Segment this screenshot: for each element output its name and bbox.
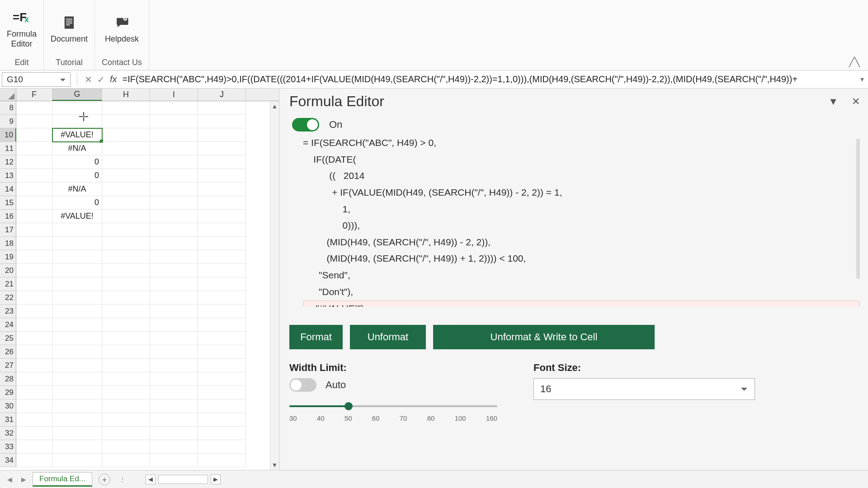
row-header[interactable]: 22 <box>0 291 16 305</box>
cell-G28[interactable] <box>52 372 102 386</box>
unformat-button[interactable]: Unformat <box>350 325 426 349</box>
row-header[interactable]: 25 <box>0 332 16 345</box>
row-header[interactable]: 19 <box>0 250 16 264</box>
cell-H29[interactable] <box>102 386 150 399</box>
cell-H26[interactable] <box>102 345 150 359</box>
cell-J21[interactable] <box>198 277 246 291</box>
cell-G13[interactable]: 0 <box>52 169 102 183</box>
cell-H25[interactable] <box>102 332 150 345</box>
cell-G29[interactable] <box>52 386 102 399</box>
cell-J30[interactable] <box>198 399 246 413</box>
cell-J18[interactable] <box>198 237 246 250</box>
cell-J15[interactable] <box>198 196 246 210</box>
cell-G27[interactable] <box>52 359 102 372</box>
col-header-H[interactable]: H <box>102 89 150 101</box>
cell-G22[interactable] <box>52 291 102 305</box>
cell-J22[interactable] <box>198 291 246 305</box>
cell-G9[interactable] <box>52 115 102 128</box>
cell-H28[interactable] <box>102 372 150 386</box>
cell-H33[interactable] <box>102 440 150 454</box>
row-header[interactable]: 26 <box>0 345 16 359</box>
cell-J29[interactable] <box>198 386 246 399</box>
cell-F14[interactable] <box>16 183 52 196</box>
document-button[interactable]: Document <box>51 5 88 53</box>
row-header[interactable]: 24 <box>0 318 16 332</box>
formula-input[interactable]: =IF(SEARCH("ABC",H49)>0,IF((DATE(((2014+… <box>120 74 856 84</box>
editor-on-toggle[interactable] <box>292 118 319 131</box>
cell-G14[interactable]: #N/A <box>52 183 102 196</box>
row-header[interactable]: 14 <box>0 183 16 196</box>
cell-F16[interactable] <box>16 210 52 223</box>
pane-close-icon[interactable]: ✕ <box>852 96 860 108</box>
tab-prev-icon[interactable]: ◀ <box>5 476 15 483</box>
scroll-down-icon[interactable]: ▼ <box>270 460 279 470</box>
cell-G10[interactable]: #VALUE! <box>52 128 102 142</box>
collapse-ribbon-icon[interactable]: ╱╲ <box>849 56 860 67</box>
name-box[interactable]: G10 <box>2 72 71 87</box>
cell-H24[interactable] <box>102 318 150 332</box>
cell-H17[interactable] <box>102 223 150 237</box>
cell-F23[interactable] <box>16 305 52 318</box>
cell-F29[interactable] <box>16 386 52 399</box>
cell-I29[interactable] <box>150 386 198 399</box>
cell-H34[interactable] <box>102 454 150 467</box>
cell-G23[interactable] <box>52 305 102 318</box>
cell-F31[interactable] <box>16 413 52 427</box>
row-header[interactable]: 21 <box>0 277 16 291</box>
cell-F12[interactable] <box>16 155 52 169</box>
row-header[interactable]: 11 <box>0 142 16 155</box>
cell-J33[interactable] <box>198 440 246 454</box>
formula-code[interactable]: = IF(SEARCH("ABC", H49) > 0, IF((DATE( (… <box>303 135 860 307</box>
cell-I12[interactable] <box>150 155 198 169</box>
cell-F33[interactable] <box>16 440 52 454</box>
cell-G33[interactable] <box>52 440 102 454</box>
cell-H15[interactable] <box>102 196 150 210</box>
cell-G31[interactable] <box>52 413 102 427</box>
cell-F20[interactable] <box>16 264 52 277</box>
row-header[interactable]: 28 <box>0 372 16 386</box>
cell-F15[interactable] <box>16 196 52 210</box>
row-header[interactable]: 13 <box>0 169 16 183</box>
cell-G19[interactable] <box>52 250 102 264</box>
cell-J14[interactable] <box>198 183 246 196</box>
horizontal-scrollbar[interactable]: ◀ ▶ <box>146 474 221 484</box>
row-header[interactable]: 10 <box>0 128 16 142</box>
cell-F32[interactable] <box>16 427 52 440</box>
pane-menu-icon[interactable]: ▼ <box>828 96 838 108</box>
cell-J10[interactable] <box>198 128 246 142</box>
cell-H12[interactable] <box>102 155 150 169</box>
cell-H32[interactable] <box>102 427 150 440</box>
cell-F13[interactable] <box>16 169 52 183</box>
cell-I30[interactable] <box>150 399 198 413</box>
cell-I16[interactable] <box>150 210 198 223</box>
cell-I23[interactable] <box>150 305 198 318</box>
tab-more-icon[interactable]: ⋮ <box>117 476 128 483</box>
cell-I32[interactable] <box>150 427 198 440</box>
cell-G25[interactable] <box>52 332 102 345</box>
row-header[interactable]: 30 <box>0 399 16 413</box>
row-header[interactable]: 12 <box>0 155 16 169</box>
cell-I20[interactable] <box>150 264 198 277</box>
cell-F24[interactable] <box>16 318 52 332</box>
cell-H8[interactable] <box>102 101 150 115</box>
fx-icon[interactable]: fx <box>110 74 117 84</box>
cell-G17[interactable] <box>52 223 102 237</box>
cell-I25[interactable] <box>150 332 198 345</box>
helpdesk-button[interactable]: Helpdesk <box>105 5 139 53</box>
row-header[interactable]: 23 <box>0 305 16 318</box>
cell-J9[interactable] <box>198 115 246 128</box>
width-slider[interactable] <box>289 401 497 412</box>
cell-J17[interactable] <box>198 223 246 237</box>
cell-H20[interactable] <box>102 264 150 277</box>
code-scrollbar[interactable] <box>856 139 860 279</box>
cell-H21[interactable] <box>102 277 150 291</box>
cell-I9[interactable] <box>150 115 198 128</box>
cell-G18[interactable] <box>52 237 102 250</box>
cell-H30[interactable] <box>102 399 150 413</box>
cell-H13[interactable] <box>102 169 150 183</box>
cell-H22[interactable] <box>102 291 150 305</box>
cell-F17[interactable] <box>16 223 52 237</box>
vertical-scrollbar[interactable]: ▲ ▼ <box>270 101 279 470</box>
cell-F18[interactable] <box>16 237 52 250</box>
cell-J24[interactable] <box>198 318 246 332</box>
